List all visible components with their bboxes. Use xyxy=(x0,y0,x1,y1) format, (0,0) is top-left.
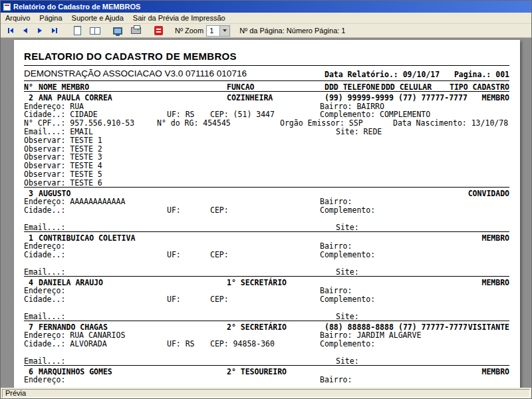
record-header-line: 1 CONTRIBUICAO COLETIVA MEMBRO xyxy=(14,233,520,242)
observar-line: Observar: TESTE 1 xyxy=(14,136,520,144)
last-page-icon xyxy=(51,27,59,34)
record-detail-line: Endereço: RUA CANARIOS Bairro: JARDIM AL… xyxy=(14,331,520,339)
previous-page-icon xyxy=(21,27,29,34)
observar-line: Observar: TESTE 4 xyxy=(14,161,520,170)
single-page-view-button[interactable] xyxy=(70,25,84,37)
blank-line xyxy=(14,303,520,312)
record-detail-line: Endereço: Bairro: xyxy=(14,241,520,250)
last-page-button[interactable] xyxy=(47,25,62,37)
monitor-icon xyxy=(113,27,122,35)
status-bar: Prévia xyxy=(1,388,531,398)
preview-work-area: RELATORIO DO CADASTRO DE MEMBROS DEMONST… xyxy=(1,38,531,389)
two-page-view-button[interactable] xyxy=(88,25,102,37)
record-detail-line: Email...: Site: xyxy=(14,267,520,276)
zoom-value: 1 xyxy=(207,26,219,36)
chevron-down-icon[interactable] xyxy=(219,26,229,36)
observar-line: Observar: TESTE 3 xyxy=(14,152,520,161)
app-icon xyxy=(3,3,11,11)
previous-page-button[interactable] xyxy=(18,25,33,37)
record-detail-line: Email...: EMAIL Site: REDE xyxy=(14,127,520,136)
record: 2 ANA PAULA CORREA COZINHEIRA (99) 99999… xyxy=(14,93,520,189)
record-site: Site: xyxy=(336,356,359,366)
menu-suporte-ajuda[interactable]: Suporte e Ajuda xyxy=(67,13,128,23)
menu-arquivo[interactable]: Arquivo xyxy=(1,13,35,23)
observar-line: Observar: TESTE 6 xyxy=(14,178,520,187)
record-email: Email...: xyxy=(24,267,65,277)
two-page-icon xyxy=(90,27,100,35)
zoom-select[interactable]: 1 xyxy=(206,25,230,37)
record-header-line: 3 AUGUSTO CONVIDADO xyxy=(14,189,520,198)
next-page-icon xyxy=(36,27,44,34)
app-window: { "window": { "title": "Relatório do Cad… xyxy=(0,0,532,399)
col-nome: NOME MEMBRO xyxy=(39,82,89,92)
record-header-line: 6 MARQUINHOS GOMES 2° TESOUREIRO MEMBRO xyxy=(14,367,520,376)
report-date: Data Relatório.: 09/10/17 xyxy=(325,70,440,79)
record-site: Site: xyxy=(336,312,359,321)
menu-sair-previa[interactable]: Sair da Prévia de Impressão xyxy=(128,13,230,23)
col-celular: DDD CELULAR xyxy=(381,82,432,92)
single-page-icon xyxy=(74,26,81,35)
col-telefone: DDD TELEFONE xyxy=(325,82,380,92)
column-header-row: N° NOME MEMBRO FUNCAO DDD TELEFONE DDD C… xyxy=(14,82,520,91)
report-title: RELATORIO DO CADASTRO DE MEMBROS xyxy=(24,51,510,62)
record-detail-line: Email...: Site: xyxy=(14,223,520,231)
blank-line xyxy=(14,259,520,267)
record-detail-line: Email...: Site: xyxy=(14,312,520,321)
col-funcao: FUNCAO xyxy=(227,82,255,92)
record: 6 MARQUINHOS GOMES 2° TESOUREIRO MEMBRO … xyxy=(14,367,520,384)
record-email: Email...: xyxy=(24,223,65,232)
record-endereco: Endereço: xyxy=(24,375,65,384)
observar-line: Observar: TESTE 5 xyxy=(14,170,520,178)
next-page-button[interactable] xyxy=(33,25,47,37)
export-pdf-button[interactable] xyxy=(151,25,166,37)
page-info-label: Nº da Página: Número Página: 1 xyxy=(239,27,345,35)
record-detail-line: Cidade..: UF: CEP: Complemento: xyxy=(14,295,520,303)
first-page-button[interactable] xyxy=(3,25,18,37)
record-detail-line: Endereço: Bairro: xyxy=(14,375,520,384)
record: 3 AUGUSTO CONVIDADO Endereço: AAAAAAAAAA… xyxy=(14,189,520,233)
record-site: Site: xyxy=(336,223,359,232)
record-email: Email...: xyxy=(24,312,65,321)
report-page: RELATORIO DO CADASTRO DE MEMBROS DEMONST… xyxy=(14,40,520,389)
report-subtitle: DEMONSTRAÇÃO ASSOCIACAO V3.0 071116 0107… xyxy=(24,68,247,78)
toolbar: Nº Zoom 1 Nº da Página: Número Página: 1 xyxy=(1,24,531,38)
col-tipo: TIPO CADASTRO xyxy=(450,82,509,92)
record-detail-line: Cidade..: ALVORADA UF: RS CEP: 94858-360… xyxy=(14,339,520,348)
record-email: Email...: xyxy=(24,356,65,366)
record-header-line: 7 FERNANDO CHAGAS 2° SECRETÁRIO (88) 888… xyxy=(14,323,520,331)
blank-line xyxy=(14,348,520,356)
record: 1 CONTRIBUICAO COLETIVA MEMBRO Endereço:… xyxy=(14,233,520,278)
menu-bar: Arquivo Página Suporte e Ajuda Sair da P… xyxy=(1,13,531,24)
pdf-icon xyxy=(154,26,163,35)
window-title: Relatório do Cadastro de MEMBROS xyxy=(13,3,140,11)
print-button[interactable] xyxy=(128,25,143,37)
report-page-number: Pagina.: 001 xyxy=(454,70,509,79)
record-detail-line: Endereço: AAAAAAAAAAAA Bairro: xyxy=(14,197,520,205)
record-header-line: 4 DANIELA ARAUJO 1° SECRETÁRIO MEMBRO xyxy=(14,278,520,287)
record-detail-line: Endereço: Bairro: xyxy=(14,286,520,295)
col-num: N° xyxy=(24,82,33,92)
printer-icon xyxy=(131,27,141,34)
status-text: Prévia xyxy=(2,389,530,398)
record: 4 DANIELA ARAUJO 1° SECRETÁRIO MEMBRO En… xyxy=(14,278,520,323)
record-site: Site: xyxy=(336,267,359,277)
record-detail-line: Cidade..: CIDADE UF: RS CEP: (51) 3447 C… xyxy=(14,110,520,118)
screen-view-button[interactable] xyxy=(110,25,125,37)
report-subheader: DEMONSTRAÇÃO ASSOCIACAO V3.0 071116 0107… xyxy=(14,67,520,80)
record-detail-line: Cidade..: UF: CEP: Complemento: xyxy=(14,250,520,259)
zoom-label: Nº Zoom xyxy=(175,27,203,35)
first-page-icon xyxy=(7,27,15,34)
record: 7 FERNANDO CHAGAS 2° SECRETÁRIO (88) 888… xyxy=(14,323,520,367)
record-detail-line: Cidade..: UF: CEP: Complemento: xyxy=(14,205,520,214)
record-detail-line: Endereço: RUA Bairro: BAIRRO xyxy=(14,102,520,110)
record-header-line: 2 ANA PAULA CORREA COZINHEIRA (99) 99999… xyxy=(14,93,520,102)
record-detail-line: Email...: Site: xyxy=(14,356,520,365)
observar-line: Observar: TESTE 2 xyxy=(14,144,520,153)
record-detail-line: N° CPF..: 957.556.910-53 N° do RG: 45454… xyxy=(14,118,520,127)
blank-line xyxy=(14,214,520,223)
record-bairro: Bairro: xyxy=(320,375,352,384)
title-bar[interactable]: Relatório do Cadastro de MEMBROS xyxy=(1,1,531,13)
menu-pagina[interactable]: Página xyxy=(35,13,66,23)
